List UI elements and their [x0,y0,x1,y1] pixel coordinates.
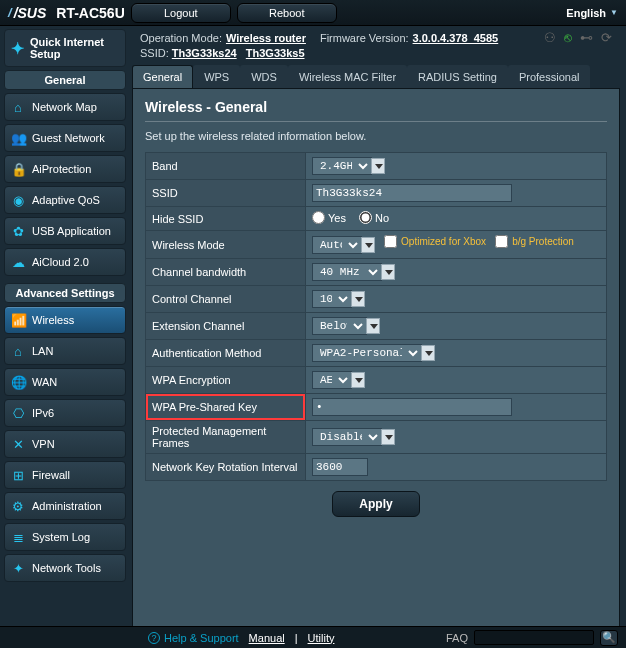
logout-button[interactable]: Logout [131,3,231,23]
row-key-rotation: Network Key Rotation Interval [146,454,607,481]
row-hide-ssid: Hide SSID Yes No [146,207,607,231]
sidebar-item-label: USB Application [32,225,111,237]
wireless-mode-select[interactable]: Auto [312,236,362,254]
sidebar-item-network-tools[interactable]: ✦Network Tools [4,554,126,582]
help-support-link[interactable]: ?Help & Support [148,632,239,644]
top-bar: / /SUS RT-AC56U Logout Reboot English ▼ [0,0,626,26]
home-icon: ⌂ [11,344,25,359]
ext-channel-select[interactable]: Below [312,317,367,335]
key-rotation-input[interactable] [312,458,368,476]
control-channel-select[interactable]: 10 [312,290,352,308]
auth-method-select[interactable]: WPA2-Personal [312,344,422,362]
usb-icon[interactable]: ⊷ [580,30,593,45]
sidebar-item-lan[interactable]: ⌂LAN [4,337,126,365]
label-ext-channel: Extension Channel [146,313,306,340]
sidebar-item-wireless[interactable]: 📶Wireless [4,306,126,334]
panel-title: Wireless - General [145,99,607,115]
tab-professional[interactable]: Professional [508,65,591,88]
channel-bw-select[interactable]: 40 MHz [312,263,382,281]
admin-icon: ⚙ [11,499,25,514]
manual-link[interactable]: Manual [249,632,285,644]
panel-subtitle: Set up the wireless related information … [145,130,607,142]
sidebar-item-vpn[interactable]: ✕VPN [4,430,126,458]
sidebar-item-adaptive-qos[interactable]: ◉Adaptive QoS [4,186,126,214]
network-status-icon[interactable]: ⎋ [564,30,572,45]
reboot-button[interactable]: Reboot [237,3,337,23]
sidebar-item-wan[interactable]: 🌐WAN [4,368,126,396]
wifi-icon: 📶 [11,313,25,328]
section-advanced: Advanced Settings [4,283,126,303]
row-wpa-psk: WPA Pre-Shared Key [146,394,607,421]
puzzle-icon: ✿ [11,224,25,239]
tab-radius[interactable]: RADIUS Setting [407,65,508,88]
sidebar-item-label: Firewall [32,469,70,481]
sidebar-item-network-map[interactable]: ⌂Network Map [4,93,126,121]
fw-link[interactable]: 3.0.0.4.378_4585 [413,32,499,44]
wireless-general-panel: Wireless - General Set up the wireless r… [132,89,620,629]
sidebar-item-aicloud[interactable]: ☁AiCloud 2.0 [4,248,126,276]
apply-button[interactable]: Apply [332,491,419,517]
faq-label: FAQ [446,632,468,644]
fw-label: Firmware Version: [320,32,409,44]
sidebar-item-firewall[interactable]: ⊞Firewall [4,461,126,489]
cloud-icon: ☁ [11,255,25,270]
tab-general[interactable]: General [132,65,193,88]
chevron-down-icon [351,291,365,307]
xbox-checkbox[interactable]: Optimized for Xbox [384,235,486,248]
search-icon[interactable]: 🔍 [600,630,618,646]
sidebar-item-ipv6[interactable]: ⎔IPv6 [4,399,126,427]
wpa-encryption-select[interactable]: AES [312,371,352,389]
section-general: General [4,70,126,90]
tab-wps[interactable]: WPS [193,65,240,88]
bg-protection-checkbox[interactable]: b/g Protection [495,235,574,248]
label-ssid: SSID [146,180,306,207]
quick-internet-setup[interactable]: ✦ Quick Internet Setup [4,29,126,67]
sidebar-item-aiprotection[interactable]: 🔒AiProtection [4,155,126,183]
sidebar-item-label: Wireless [32,314,74,326]
hide-ssid-yes[interactable]: Yes [312,211,346,224]
label-hide-ssid: Hide SSID [146,207,306,231]
sidebar-item-system-log[interactable]: ≣System Log [4,523,126,551]
vpn-icon: ✕ [11,437,25,452]
sidebar-item-label: IPv6 [32,407,54,419]
language-selector[interactable]: English ▼ [566,7,618,19]
globe-icon: 🌐 [11,375,25,390]
sidebar-item-label: Adaptive QoS [32,194,100,206]
footer: ?Help & Support Manual | Utility FAQ 🔍 [0,626,626,648]
sidebar-item-usb-application[interactable]: ✿USB Application [4,217,126,245]
refresh-icon[interactable]: ⟳ [601,30,612,45]
users-icon: 👥 [11,131,25,146]
language-label: English [566,7,606,19]
op-mode-link[interactable]: Wireless router [226,32,306,44]
label-auth-method: Authentication Method [146,340,306,367]
pmf-select[interactable]: Disable [312,428,382,446]
sidebar-item-administration[interactable]: ⚙Administration [4,492,126,520]
chevron-down-icon [361,237,375,253]
chevron-down-icon [381,429,395,445]
ssid-link-24[interactable]: Th3G33ks24 [172,47,237,59]
tools-icon: ✦ [11,561,25,576]
tab-wds[interactable]: WDS [240,65,288,88]
sidebar-item-guest-network[interactable]: 👥Guest Network [4,124,126,152]
hide-ssid-no[interactable]: No [359,211,389,224]
row-ext-channel: Extension Channel Below [146,313,607,340]
wpa-psk-input[interactable] [312,398,512,416]
faq-search-input[interactable] [474,630,594,645]
map-icon: ⌂ [11,100,25,115]
utility-link[interactable]: Utility [308,632,335,644]
main-content: General WPS WDS Wireless MAC Filter RADI… [130,63,626,629]
label-key-rotation: Network Key Rotation Interval [146,454,306,481]
row-pmf: Protected Management Frames Disable [146,421,607,454]
band-select[interactable]: 2.4GHz [312,157,372,175]
ssid-input[interactable] [312,184,512,202]
users-icon[interactable]: ⚇ [544,30,556,45]
help-icon: ? [148,632,160,644]
label-band: Band [146,153,306,180]
tab-mac-filter[interactable]: Wireless MAC Filter [288,65,407,88]
row-wpa-encryption: WPA Encryption AES [146,367,607,394]
wand-icon: ✦ [11,39,24,58]
log-icon: ≣ [11,530,25,545]
ssid-link-5[interactable]: Th3G33ks5 [246,47,305,59]
sidebar-item-label: WAN [32,376,57,388]
sidebar-item-label: Guest Network [32,132,105,144]
